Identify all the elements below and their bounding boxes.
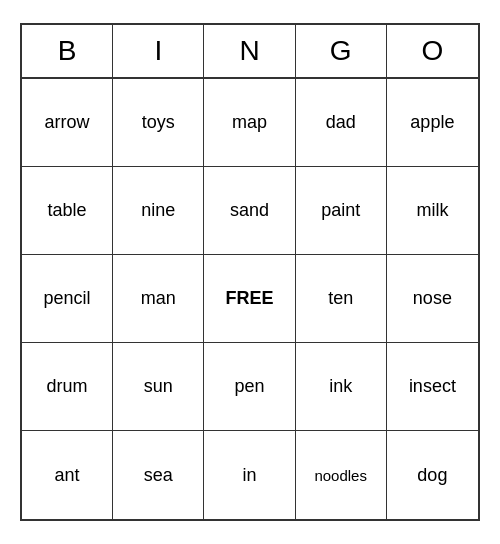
header-b: B (22, 25, 113, 77)
cell-23[interactable]: noodles (296, 431, 387, 519)
cell-8[interactable]: paint (296, 167, 387, 255)
cell-20[interactable]: ant (22, 431, 113, 519)
cell-2[interactable]: map (204, 79, 295, 167)
cell-21[interactable]: sea (113, 431, 204, 519)
cell-3[interactable]: dad (296, 79, 387, 167)
cell-15[interactable]: drum (22, 343, 113, 431)
cell-19[interactable]: insect (387, 343, 478, 431)
cell-4[interactable]: apple (387, 79, 478, 167)
header-n: N (204, 25, 295, 77)
cell-16[interactable]: sun (113, 343, 204, 431)
cell-7[interactable]: sand (204, 167, 295, 255)
cell-5[interactable]: table (22, 167, 113, 255)
bingo-card: B I N G O arrow toys map dad apple table… (20, 23, 480, 521)
bingo-grid: arrow toys map dad apple table nine sand… (22, 79, 478, 519)
cell-11[interactable]: man (113, 255, 204, 343)
cell-0[interactable]: arrow (22, 79, 113, 167)
cell-17[interactable]: pen (204, 343, 295, 431)
header-g: G (296, 25, 387, 77)
cell-9[interactable]: milk (387, 167, 478, 255)
cell-1[interactable]: toys (113, 79, 204, 167)
cell-13[interactable]: ten (296, 255, 387, 343)
cell-10[interactable]: pencil (22, 255, 113, 343)
cell-18[interactable]: ink (296, 343, 387, 431)
header-i: I (113, 25, 204, 77)
cell-22[interactable]: in (204, 431, 295, 519)
bingo-header: B I N G O (22, 25, 478, 79)
cell-24[interactable]: dog (387, 431, 478, 519)
header-o: O (387, 25, 478, 77)
cell-6[interactable]: nine (113, 167, 204, 255)
cell-14[interactable]: nose (387, 255, 478, 343)
cell-12-free[interactable]: FREE (204, 255, 295, 343)
